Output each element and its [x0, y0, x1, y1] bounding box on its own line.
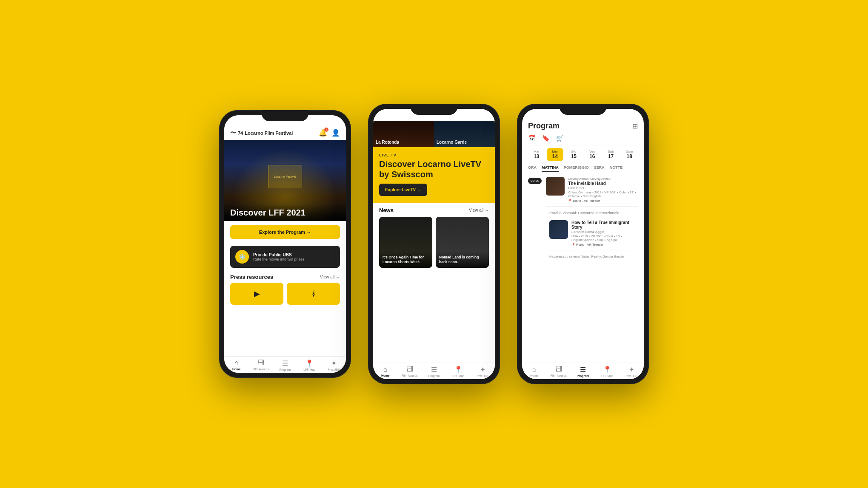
nav-lff-map[interactable]: 📍 LFF Map	[297, 359, 322, 371]
event-title-2: How to Tell a True Immigrant Story	[571, 220, 638, 230]
event-thumb-2	[549, 220, 568, 239]
p2-nav-prix-ubs[interactable]: ✦ Prix UBS	[471, 366, 495, 377]
time-pomeriggio[interactable]: POMERIGGIO	[564, 165, 589, 172]
hero-overlay: Discover LFF 2021	[224, 204, 346, 221]
venue-garde-label: Locarno Garde	[437, 140, 467, 145]
prix-ubs-icon: ✦	[331, 359, 337, 367]
tab-calendar[interactable]: 📅	[528, 135, 535, 142]
p2-nav-home[interactable]: ⌂ Home	[373, 366, 397, 377]
event-category-3: Histoire(s) du cinéma: Virtual Reality: …	[549, 255, 638, 258]
notification-button[interactable]: 🔔 1	[319, 129, 327, 137]
p2-nav-program-label: Program	[428, 375, 440, 377]
location-pin-icon-2: 📍	[571, 243, 575, 247]
venue-rotonda-label: La Rotonda	[376, 140, 399, 145]
nav-film-awards-label: Film Awards	[253, 368, 269, 371]
news-card-1-overlay: It's Once Again Time for Locarno Shorts …	[379, 252, 432, 268]
nav-program[interactable]: ☰ Program	[273, 359, 297, 371]
day-mar-num: 13	[534, 153, 539, 159]
program-tabs: 📅 🔖 🛒	[522, 133, 644, 145]
tab-cart[interactable]: 🛒	[556, 135, 563, 142]
p3-nav-program[interactable]: ☰ Program	[571, 366, 595, 377]
day-dom-18[interactable]: Dom 18	[621, 148, 638, 161]
program-icon: ☰	[282, 359, 288, 367]
event-info-1: Moving Ahead: Moving Ahead The Invisible…	[568, 177, 638, 203]
venue-card-rotonda: La Rotonda	[373, 121, 434, 147]
program-page-title: Program	[528, 122, 560, 131]
event-category-1: Moving Ahead: Moving Ahead	[568, 177, 638, 181]
time-sera[interactable]: SERA	[594, 165, 605, 172]
explore-livetv-button[interactable]: Explore LiveTV →	[379, 184, 427, 196]
event-3-category-wrap: Histoire(s) du cinéma: Virtual Reality: …	[528, 255, 638, 258]
p2-program-icon: ☰	[431, 366, 437, 374]
day-ven-16[interactable]: Ven 16	[584, 148, 601, 161]
news-section: News View all → It's Once Again Time for…	[373, 203, 495, 363]
time-slot-0900: 09:00 Moving Ahead: Moving Ahead The Inv…	[528, 177, 638, 207]
phones-container: 〜 74 Locarno Film Festival 🔔 1 👤 Locarno	[219, 104, 649, 384]
news-card-2[interactable]: Nomad Land is coming back soon.	[436, 217, 489, 268]
time-ora[interactable]: ORA	[528, 165, 537, 172]
p3-nav-home[interactable]: ⌂ Home	[522, 366, 546, 377]
p3-nav-home-label: Home	[530, 374, 538, 377]
p2-nav-program[interactable]: ☰ Program	[422, 366, 446, 377]
news-cards-row: It's Once Again Time for Locarno Shorts …	[379, 217, 489, 268]
tab-bookmark[interactable]: 🔖	[542, 135, 549, 142]
profile-icon[interactable]: 👤	[331, 129, 340, 137]
press-card-video[interactable]: ▶	[230, 283, 283, 305]
nav-home[interactable]: ⌂ Home	[224, 359, 248, 371]
news-card-1[interactable]: It's Once Again Time for Locarno Shorts …	[379, 217, 432, 268]
event-invisible-hand[interactable]: Moving Ahead: Moving Ahead The Invisible…	[546, 177, 638, 207]
nav-prix-ubs[interactable]: ✦ Prix UBS	[322, 359, 346, 371]
press-card-audio[interactable]: 🎙	[287, 283, 340, 305]
press-view-all[interactable]: View all →	[320, 275, 340, 279]
press-resources-title: Press resources	[230, 274, 273, 280]
p3-prix-ubs-icon: ✦	[629, 366, 634, 374]
event-immigrant-story[interactable]: How to Tell a True Immigrant Story Ebrah…	[549, 220, 638, 250]
nav-film-awards[interactable]: 🎞 Film Awards	[248, 359, 273, 371]
prix-icon: ❄️	[235, 250, 249, 264]
day-gio-15[interactable]: Gio 15	[565, 148, 582, 161]
filter-icon[interactable]: ⊞	[632, 122, 638, 130]
day-mar-13[interactable]: Mar 13	[528, 148, 545, 161]
live-tv-banner: LIVE TV Discover Locarno LiveTV by Swiss…	[373, 147, 495, 203]
p3-map-icon: 📍	[603, 366, 611, 374]
phone-2-notch	[411, 104, 457, 115]
days-selector: Mar 13 Mer 14 Gio 15 Ven 16 Sab 17	[522, 145, 644, 164]
day-mer-14[interactable]: Mer 14	[547, 148, 564, 161]
event-list-event2: Pardi di domani: Concorso internazionale…	[549, 211, 638, 250]
p3-nav-film-awards[interactable]: 🎞 Film Awards	[546, 366, 571, 377]
p3-nav-prix-ubs[interactable]: ✦ Prix UBS	[620, 366, 644, 377]
p2-map-icon: 📍	[454, 366, 463, 374]
p2-prix-ubs-icon: ✦	[480, 366, 485, 374]
event-section-2: Pardi di domani: Concorso internazionale	[549, 211, 638, 215]
time-0900-label: 09:00	[528, 178, 542, 184]
prix-banner[interactable]: ❄️ Prix du Public UBS Rate the movie and…	[230, 246, 340, 268]
phone-1-logo: 〜 74 Locarno Film Festival	[230, 129, 293, 137]
mic-icon: 🎙	[310, 289, 317, 298]
day-gio-num: 15	[571, 153, 577, 159]
p2-nav-lff-map-label: LFF Map	[452, 375, 464, 377]
day-mer-name: Mer	[552, 150, 558, 153]
news-view-all[interactable]: View all →	[469, 208, 489, 213]
p2-nav-prix-ubs-label: Prix UBS	[477, 375, 488, 377]
phone-3: Program ⊞ 📅 🔖 🛒 Mar 13 Mer 14	[517, 104, 649, 384]
phone-2-content: La Rotonda Locarno Garde LIVE TV Discove…	[373, 109, 495, 379]
p2-nav-film-awards[interactable]: 🎞 Film Awards	[397, 366, 422, 377]
time-notte[interactable]: NOTTE	[610, 165, 623, 172]
event-title-1: The Invisible Hand	[568, 181, 638, 186]
nav-home-label: Home	[232, 368, 240, 371]
phone-2-bottom-nav: ⌂ Home 🎞 Film Awards ☰ Program 📍 LFF Map	[373, 363, 495, 379]
p2-home-icon: ⌂	[383, 366, 388, 373]
time-mattina[interactable]: MATTINA	[542, 165, 559, 172]
prix-subtitle: Rate the movie and win prizes	[253, 257, 305, 261]
news-card-1-text: It's Once Again Time for Locarno Shorts …	[383, 255, 429, 264]
nav-lff-map-label: LFF Map	[303, 368, 315, 371]
home-icon: ⌂	[234, 359, 239, 367]
explore-program-button[interactable]: Explore the Program →	[230, 225, 340, 239]
p3-nav-prix-ubs-label: Prix UBS	[625, 375, 637, 377]
p3-home-icon: ⌂	[532, 366, 537, 373]
day-sab-17[interactable]: Sab 17	[602, 148, 620, 161]
nav-program-label: Program	[280, 368, 291, 371]
p3-nav-lff-map[interactable]: 📍 LFF Map	[595, 366, 620, 377]
p2-nav-lff-map[interactable]: 📍 LFF Map	[446, 366, 471, 377]
logo-number: 74	[238, 131, 243, 136]
